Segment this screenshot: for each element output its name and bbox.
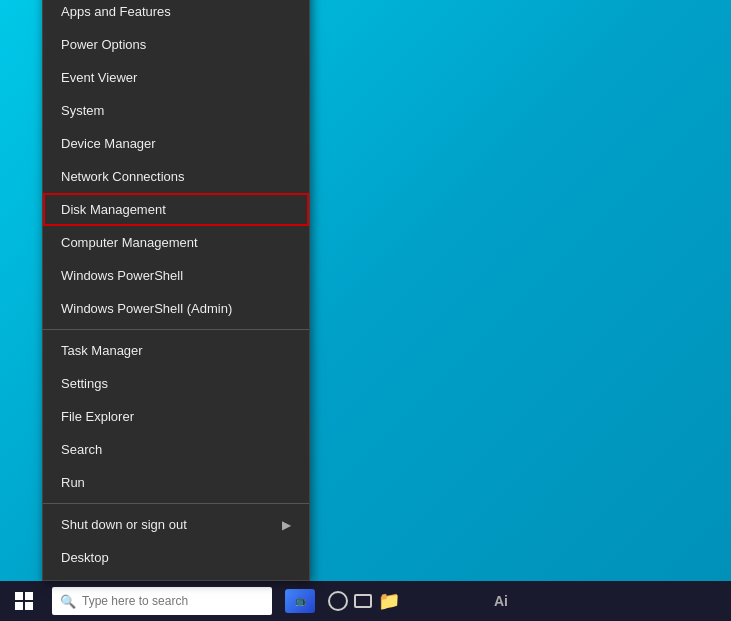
menu-item-windows-powershell[interactable]: Windows PowerShell xyxy=(43,259,309,292)
menu-separator xyxy=(43,503,309,504)
menu-item-label-task-manager: Task Manager xyxy=(61,343,143,358)
taskbar-search-box[interactable]: 🔍 xyxy=(52,587,272,615)
menu-item-label-event-viewer: Event Viewer xyxy=(61,70,137,85)
menu-item-label-settings: Settings xyxy=(61,376,108,391)
menu-item-task-manager[interactable]: Task Manager xyxy=(43,334,309,367)
menu-item-shut-down-sign-out[interactable]: Shut down or sign out▶ xyxy=(43,508,309,541)
menu-item-label-disk-management: Disk Management xyxy=(61,202,166,217)
menu-item-apps-features[interactable]: Apps and Features xyxy=(43,0,309,28)
windows-logo-icon xyxy=(15,592,33,610)
menu-item-label-file-explorer: File Explorer xyxy=(61,409,134,424)
menu-item-computer-management[interactable]: Computer Management xyxy=(43,226,309,259)
menu-item-label-search: Search xyxy=(61,442,102,457)
desktop: Apps and FeaturesPower OptionsEvent View… xyxy=(0,0,731,621)
menu-item-system[interactable]: System xyxy=(43,94,309,127)
menu-item-desktop[interactable]: Desktop xyxy=(43,541,309,574)
menu-item-file-explorer[interactable]: File Explorer xyxy=(43,400,309,433)
menu-item-power-options[interactable]: Power Options xyxy=(43,28,309,61)
tv-icon-graphic: 📺 xyxy=(285,589,315,613)
menu-item-device-manager[interactable]: Device Manager xyxy=(43,127,309,160)
taskbar-app-icons: 📺 xyxy=(280,581,320,621)
menu-item-label-network-connections: Network Connections xyxy=(61,169,185,184)
cortana-icon[interactable] xyxy=(328,591,348,611)
menu-item-search[interactable]: Search xyxy=(43,433,309,466)
file-explorer-taskbar-icon[interactable]: 📁 xyxy=(378,590,400,612)
start-button[interactable] xyxy=(0,581,48,621)
taskbar-ai-label: Ai xyxy=(471,581,531,621)
menu-item-label-power-options: Power Options xyxy=(61,37,146,52)
search-icon: 🔍 xyxy=(60,594,76,609)
menu-item-label-windows-powershell: Windows PowerShell xyxy=(61,268,183,283)
context-menu: Apps and FeaturesPower OptionsEvent View… xyxy=(42,0,310,581)
menu-item-event-viewer[interactable]: Event Viewer xyxy=(43,61,309,94)
menu-item-label-apps-features: Apps and Features xyxy=(61,4,171,19)
menu-item-label-device-manager: Device Manager xyxy=(61,136,156,151)
menu-item-settings[interactable]: Settings xyxy=(43,367,309,400)
menu-item-label-shut-down-sign-out: Shut down or sign out xyxy=(61,517,187,532)
menu-separator xyxy=(43,329,309,330)
taskbar: 🔍 📺 📁 Ai xyxy=(0,581,731,621)
menu-item-label-run: Run xyxy=(61,475,85,490)
menu-item-windows-powershell-admin[interactable]: Windows PowerShell (Admin) xyxy=(43,292,309,325)
menu-item-run[interactable]: Run xyxy=(43,466,309,499)
menu-item-network-connections[interactable]: Network Connections xyxy=(43,160,309,193)
taskbar-right-icons: 📁 xyxy=(328,590,400,612)
menu-item-label-desktop: Desktop xyxy=(61,550,109,565)
task-view-icon[interactable] xyxy=(354,594,372,608)
chevron-right-icon: ▶ xyxy=(282,518,291,532)
menu-item-disk-management[interactable]: Disk Management xyxy=(43,193,309,226)
menu-item-label-windows-powershell-admin: Windows PowerShell (Admin) xyxy=(61,301,232,316)
taskbar-search-input[interactable] xyxy=(82,594,242,608)
menu-item-label-system: System xyxy=(61,103,104,118)
tv-app-icon[interactable]: 📺 xyxy=(280,581,320,621)
menu-item-label-computer-management: Computer Management xyxy=(61,235,198,250)
